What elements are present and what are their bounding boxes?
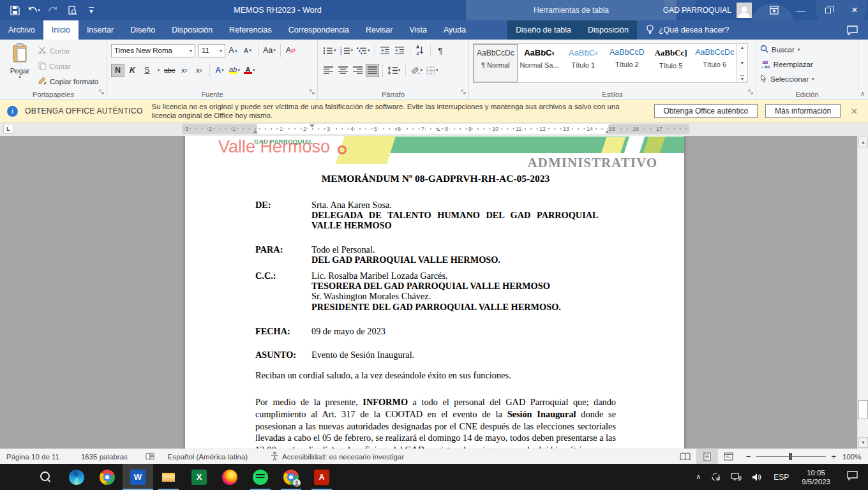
font-color-button[interactable]: A▾ bbox=[243, 64, 257, 77]
numbering-button[interactable]: 123▾ bbox=[339, 44, 355, 57]
tab-diseno-de-tabla[interactable]: Diseño de tabla bbox=[507, 20, 580, 40]
zoom-percentage[interactable]: 100% bbox=[842, 453, 868, 461]
shading-button[interactable]: ▾ bbox=[409, 64, 424, 77]
style-item-2[interactable]: AaBbC‹Normal Sa... bbox=[518, 44, 562, 82]
vertical-scrollbar[interactable]: ▲ ▼ bbox=[857, 136, 868, 449]
styles-scroll-up-icon[interactable]: ▲ bbox=[740, 45, 745, 50]
copy-button[interactable]: Copiar bbox=[38, 60, 98, 73]
paragraph-dialog-launcher[interactable] bbox=[461, 86, 467, 98]
get-genuine-office-button[interactable]: Obtenga Office auténtico bbox=[654, 104, 758, 118]
read-mode-button[interactable] bbox=[675, 449, 696, 464]
sort-button[interactable]: AZ bbox=[414, 44, 427, 57]
zoom-in-icon[interactable]: + bbox=[831, 452, 836, 461]
tab-archivo[interactable]: Archivo bbox=[0, 20, 43, 40]
ruler[interactable]: L L 3211234567891011121314151617 bbox=[182, 124, 689, 134]
tray-expand-icon[interactable]: ∧ bbox=[691, 464, 706, 490]
language-indicator[interactable]: Español (América latina) bbox=[161, 449, 254, 464]
page-indicator[interactable]: Página 10 de 11 bbox=[0, 449, 66, 464]
text-effects-button[interactable]: A▾ bbox=[213, 64, 227, 77]
zoom-slider[interactable] bbox=[756, 456, 826, 457]
taskbar-edge[interactable] bbox=[61, 464, 92, 490]
increase-indent-button[interactable] bbox=[393, 44, 407, 57]
ribbon-display-options-icon[interactable] bbox=[761, 0, 788, 20]
taskbar-word[interactable]: W bbox=[123, 464, 153, 490]
network-icon[interactable] bbox=[726, 464, 747, 490]
font-dialog-launcher[interactable] bbox=[310, 86, 315, 98]
tab-correspondencia[interactable]: Correspondencia bbox=[280, 20, 357, 40]
underline-button[interactable]: S bbox=[140, 64, 154, 77]
customize-qat-icon[interactable]: ▾ bbox=[83, 3, 100, 18]
collapse-ribbon-icon[interactable]: ∧ bbox=[860, 90, 865, 97]
line-spacing-button[interactable]: ▾ bbox=[386, 64, 402, 77]
keyboard-language[interactable]: ESP bbox=[767, 473, 795, 482]
clock[interactable]: 10:05 9/5/2023 bbox=[795, 468, 837, 486]
tab-selector[interactable]: L bbox=[3, 124, 13, 134]
align-left-button[interactable] bbox=[322, 64, 335, 77]
style-item-1[interactable]: AaBbCcDc¶ Normal bbox=[474, 44, 518, 82]
styles-gallery-scrollbar[interactable]: ▲ ▼ ▼ bbox=[737, 43, 748, 83]
style-item-5[interactable]: AaBbCc]Título 5 bbox=[649, 44, 693, 82]
close-button[interactable]: × bbox=[841, 0, 868, 20]
subscript-button[interactable]: x2 bbox=[178, 64, 191, 77]
zoom-out-icon[interactable]: − bbox=[746, 452, 751, 461]
action-center-icon[interactable] bbox=[837, 471, 868, 483]
tab-vista[interactable]: Vista bbox=[401, 20, 435, 40]
select-button[interactable]: Seleccionar▾ bbox=[760, 72, 855, 85]
tab-stop-marker[interactable]: L bbox=[437, 127, 440, 132]
tab-disposicion[interactable]: Disposición bbox=[163, 20, 221, 40]
taskbar-acrobat[interactable]: A bbox=[306, 464, 337, 490]
replace-button[interactable]: ab→ac Reemplazar bbox=[760, 57, 855, 71]
taskbar-excel[interactable]: X bbox=[184, 464, 214, 490]
tab-revisar[interactable]: Revisar bbox=[357, 20, 401, 40]
justify-button[interactable] bbox=[366, 64, 379, 77]
find-button[interactable]: Buscar▾ bbox=[760, 43, 855, 56]
taskbar-chrome-profile[interactable] bbox=[276, 464, 306, 490]
tab-ayuda[interactable]: Ayuda bbox=[435, 20, 474, 40]
clear-formatting-button[interactable]: A bbox=[284, 44, 297, 57]
cut-button[interactable]: Cortar bbox=[38, 45, 98, 58]
styles-dialog-launcher[interactable] bbox=[748, 86, 754, 98]
scroll-down-icon[interactable]: ▼ bbox=[858, 437, 868, 448]
tab-inicio[interactable]: Inicio bbox=[43, 20, 79, 40]
accessibility-status[interactable]: Accesibilidad: es necesario investigar bbox=[264, 449, 410, 464]
taskbar-explorer[interactable] bbox=[153, 464, 184, 490]
left-indent-marker[interactable] bbox=[253, 130, 258, 133]
superscript-button[interactable]: x2 bbox=[193, 64, 206, 77]
bold-button[interactable]: N bbox=[111, 64, 124, 77]
tab-insertar[interactable]: Insertar bbox=[79, 20, 122, 40]
taskbar-search[interactable] bbox=[31, 464, 61, 490]
style-item-4[interactable]: AaBbCcDTítulo 2 bbox=[605, 44, 649, 82]
taskbar-firefox[interactable] bbox=[214, 464, 245, 490]
taskbar-spotify[interactable] bbox=[245, 464, 276, 490]
strikethrough-button[interactable]: abe bbox=[163, 64, 177, 77]
italic-button[interactable]: K bbox=[126, 64, 139, 77]
tab-disposicion-tabla[interactable]: Disposición bbox=[580, 20, 637, 40]
comments-icon[interactable] bbox=[837, 20, 868, 40]
format-painter-button[interactable]: Copiar formato bbox=[38, 75, 98, 88]
tab-referencias[interactable]: Referencias bbox=[221, 20, 280, 40]
undo-icon[interactable]: ▾ bbox=[26, 3, 42, 18]
taskbar-start[interactable] bbox=[0, 464, 31, 490]
borders-button[interactable]: ▾ bbox=[425, 64, 440, 77]
taskbar-chrome[interactable] bbox=[92, 464, 123, 490]
more-info-button[interactable]: Más información bbox=[765, 104, 841, 118]
styles-gallery-expand-icon[interactable]: ▼ bbox=[740, 75, 745, 81]
show-paragraph-marks-button[interactable]: ¶ bbox=[434, 44, 447, 57]
redo-icon[interactable] bbox=[45, 3, 61, 18]
word-count[interactable]: 1635 palabras bbox=[75, 449, 134, 464]
styles-scroll-down-icon[interactable]: ▼ bbox=[740, 61, 745, 65]
grow-font-button[interactable]: A▲ bbox=[227, 44, 240, 57]
minimize-button[interactable]: — bbox=[788, 0, 814, 20]
font-family-combo[interactable]: Times New Roma▾ bbox=[111, 44, 195, 57]
style-item-3[interactable]: AaBbC‹Título 1 bbox=[561, 44, 605, 82]
tell-me-box[interactable]: ¿Qué desea hacer? bbox=[637, 20, 738, 40]
print-layout-button[interactable] bbox=[696, 449, 718, 464]
paste-button[interactable]: Pegar ▾ bbox=[4, 42, 36, 88]
volume-icon[interactable] bbox=[747, 464, 767, 490]
font-size-combo[interactable]: 11▾ bbox=[198, 44, 225, 57]
tray-capture-icon[interactable] bbox=[706, 464, 726, 490]
bullets-button[interactable]: ▾ bbox=[322, 44, 338, 57]
highlight-button[interactable]: ab▾ bbox=[228, 64, 242, 77]
change-case-button[interactable]: Aa▾ bbox=[262, 44, 277, 57]
scroll-up-icon[interactable]: ▲ bbox=[858, 137, 868, 147]
